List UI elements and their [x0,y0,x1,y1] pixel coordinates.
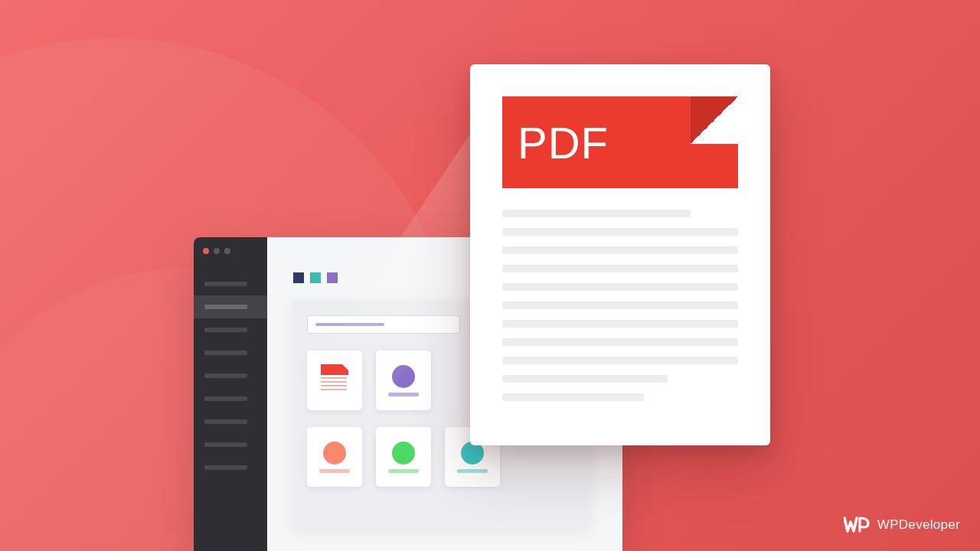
text-line [502,357,738,364]
admin-sidebar [194,237,267,551]
thumbnail-image[interactable] [307,427,362,487]
brand-name: WPDeveloper [877,517,960,533]
search-input[interactable] [307,315,460,334]
close-dot-icon[interactable] [203,248,209,254]
thumbnail-pdf[interactable] [307,350,362,410]
pdf-header: PDF [502,96,738,188]
thumbnail-caption [457,469,488,473]
sidebar-item[interactable] [194,318,267,341]
pdf-label: PDF [518,117,609,168]
circle-icon [392,442,415,465]
pdf-file-icon: PDF [502,96,738,418]
wpdeveloper-logo-icon [844,516,870,534]
thumbnail-image[interactable] [376,427,431,487]
thumbnail-caption [388,469,419,473]
sidebar-item[interactable] [194,410,267,433]
text-line [502,265,738,272]
sidebar-item-active[interactable] [194,295,267,318]
color-tabs [293,272,338,283]
sidebar-item[interactable] [194,456,267,479]
thumbnail-caption [388,393,419,396]
text-line [502,228,738,236]
color-tab-teal[interactable] [310,272,321,283]
pdf-mini-icon [321,364,348,375]
color-tab-purple[interactable] [327,272,338,283]
maximize-dot-icon[interactable] [224,248,230,254]
minimize-dot-icon[interactable] [214,248,220,254]
sidebar-item[interactable] [194,387,267,410]
sidebar-item[interactable] [194,341,267,364]
page-fold-icon [691,96,738,144]
sidebar-item[interactable] [194,272,267,295]
pdf-preview-card: PDF [470,64,770,445]
sidebar-item[interactable] [194,433,267,456]
text-line [502,246,738,254]
search-placeholder-line [315,323,384,326]
thumbnail-image[interactable] [376,350,431,410]
text-line [502,210,691,217]
text-line [502,283,738,291]
brand-watermark: WPDeveloper [844,516,960,534]
window-controls [194,237,267,265]
text-line [502,375,668,383]
circle-icon [392,365,415,388]
pdf-body-lines [502,210,738,401]
sidebar-item[interactable] [194,364,267,387]
text-line [502,393,644,401]
text-line [502,338,738,346]
thumbnail-caption [319,469,350,473]
color-tab-navy[interactable] [293,272,304,283]
circle-icon [323,442,346,465]
sidebar-menu [194,272,267,479]
text-line [502,302,738,309]
text-line [502,320,738,328]
